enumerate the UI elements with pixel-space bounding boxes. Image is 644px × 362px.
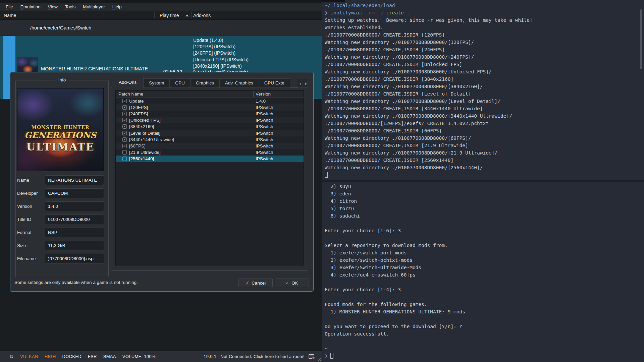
tab-gpu-exte[interactable]: GPU Exte bbox=[259, 78, 290, 88]
patch-checkbox[interactable] bbox=[122, 118, 127, 122]
patch-row-2560x1440[interactable]: [2560x1440]IPSwitch bbox=[116, 156, 304, 162]
patch-name: [3440x1440 Ultrawide] bbox=[129, 136, 174, 143]
resize-grip[interactable] bbox=[317, 357, 321, 361]
patch-version: IPSwitch bbox=[256, 156, 273, 162]
dock-mode-toggle[interactable]: DOCKED bbox=[62, 354, 81, 359]
tab-scroll-left-icon[interactable] bbox=[298, 79, 303, 88]
tab-add-ons[interactable]: Add-Ons bbox=[112, 77, 144, 88]
terminal-cursor bbox=[330, 353, 333, 359]
terminal-line: ./0100770008DD8000/ CREATE,ISDIR [Level … bbox=[325, 90, 533, 98]
terminal-pane-bottom[interactable]: 2) suyu 3) eden 4) citron 5) torzu 6) su… bbox=[325, 183, 465, 360]
field-label-version: Version bbox=[17, 201, 32, 211]
terminal-window[interactable]: ~/.local/share/eden/load❯ inotifywait -r… bbox=[322, 0, 644, 362]
column-header-playtime[interactable]: Play time bbox=[160, 11, 179, 20]
menu-bar: FileEmulationViewToolsMultiplayerHelp bbox=[0, 3, 322, 11]
terminal-line: ./0100770008DD8000/ CREATE,ISDIR [21.9 U… bbox=[325, 142, 533, 149]
patch-checkbox[interactable] bbox=[122, 137, 127, 142]
patch-checkbox[interactable] bbox=[122, 131, 127, 135]
patch-row-unlocked-fps[interactable]: [Unlocked FPS]IPSwitch bbox=[116, 117, 304, 123]
refresh-icon[interactable]: ↻ bbox=[9, 354, 14, 360]
terminal-pane-top[interactable]: ~/.local/share/eden/load❯ inotifywait -r… bbox=[325, 2, 533, 179]
patch-checkbox[interactable] bbox=[122, 144, 127, 148]
field-input-format[interactable]: NSP bbox=[45, 228, 104, 237]
menu-multiplayer[interactable]: Multiplayer bbox=[79, 4, 108, 9]
patch-checkbox[interactable] bbox=[122, 157, 127, 161]
status-bar-right: 19.0.1 Not Connected. Click here to find… bbox=[204, 351, 314, 362]
patch-name-header[interactable]: Patch Name bbox=[118, 90, 143, 98]
terminal-line: ./0100770008DD8000/ CREATE,ISDIR [120FPS… bbox=[325, 31, 533, 39]
field-input-filename[interactable]: )0770008DD8000].nsp bbox=[45, 254, 104, 263]
emulator-version: 19.0.1 bbox=[204, 354, 216, 359]
tab-scroll-right-icon[interactable] bbox=[303, 79, 308, 88]
terminal-line: Watching new directory ./0100770008DD800… bbox=[325, 68, 533, 75]
terminal-line: Watching new directory ./0100770008DD800… bbox=[325, 53, 533, 61]
field-row-size: Size11,3 GiB bbox=[15, 241, 109, 250]
patch-checkbox[interactable] bbox=[122, 150, 127, 155]
tab-cpu[interactable]: CPU bbox=[169, 78, 191, 88]
tab-graphics[interactable]: Graphics bbox=[190, 78, 220, 88]
patch-name: [240FPS] bbox=[129, 111, 148, 117]
menu-file[interactable]: File bbox=[2, 4, 17, 9]
menu-help[interactable]: Help bbox=[109, 4, 125, 9]
field-label-size: Size bbox=[17, 241, 26, 250]
terminal-line: ./0100770008DD8000/ CREATE,ISDIR [Unlock… bbox=[325, 61, 533, 68]
patch-checkbox[interactable] bbox=[122, 105, 127, 110]
terminal-line: 5) torzu bbox=[325, 205, 465, 212]
game-directory-row[interactable]: /home/exefer/Games/Switch bbox=[0, 20, 322, 36]
field-input-title-id[interactable]: 0100770008DD8000 bbox=[45, 215, 104, 224]
field-input-developer[interactable]: CAPCOM bbox=[45, 188, 104, 198]
terminal-line: Watching new directory ./0100770008DD800… bbox=[325, 149, 533, 157]
terminal-line: Watching new directory ./0100770008DD800… bbox=[325, 164, 533, 171]
tab-adv-graphics[interactable]: Adv. Graphics bbox=[219, 78, 259, 88]
patch-row-60fps[interactable]: [60FPS]IPSwitch bbox=[116, 143, 304, 149]
antialiasing-toggle[interactable]: SMAA bbox=[103, 354, 116, 359]
graphics-api-toggle[interactable]: VULKAN bbox=[20, 354, 38, 359]
patch-checkbox[interactable] bbox=[122, 124, 127, 129]
dialog-footer-note: Some settings are only available when a … bbox=[14, 280, 138, 285]
gpu-accuracy-toggle[interactable]: HIGH bbox=[45, 354, 56, 359]
menu-tools[interactable]: Tools bbox=[61, 4, 79, 9]
network-status-icon[interactable] bbox=[309, 354, 314, 359]
fsr-toggle[interactable]: FSR bbox=[88, 354, 97, 359]
patch-name: [120FPS] bbox=[129, 104, 148, 111]
patch-row-3840x2160[interactable]: [3840x2160]IPSwitch bbox=[116, 123, 304, 130]
terminal-cursor bbox=[325, 172, 328, 178]
field-input-size[interactable]: 11,3 GiB bbox=[45, 241, 104, 250]
patch-checkbox[interactable] bbox=[122, 112, 127, 116]
patch-row-21-9-ultrawide[interactable]: [21.9 Ultrawide]IPSwitch bbox=[116, 149, 304, 156]
ok-button[interactable]: ✓ OK bbox=[275, 279, 309, 287]
patch-checkbox[interactable] bbox=[122, 99, 127, 103]
terminal-line: Watching new directory ./0100770008DD800… bbox=[325, 39, 533, 46]
menu-view[interactable]: View bbox=[44, 4, 61, 9]
terminal-line: Setting up watches. Beware: since -r was… bbox=[325, 16, 533, 24]
tab-system[interactable]: System bbox=[143, 78, 170, 88]
volume-control[interactable]: VOLUME: 100% bbox=[122, 354, 156, 359]
field-label-name: Name bbox=[17, 175, 29, 185]
column-header-addons[interactable]: Add-ons bbox=[193, 11, 211, 20]
patch-version-header[interactable]: Version bbox=[256, 90, 271, 98]
terminal-line: Select a repository to download mods fro… bbox=[325, 242, 465, 249]
terminal-line bbox=[325, 171, 533, 179]
cancel-icon: ✗ bbox=[246, 281, 249, 286]
column-header-name[interactable]: Name bbox=[4, 11, 16, 20]
patch-row-level-of-detail[interactable]: [Level of Detail]IPSwitch bbox=[116, 130, 304, 136]
settings-tab-bar: Add-OnsSystemCPUGraphicsAdv. GraphicsGPU… bbox=[112, 77, 302, 88]
terminal-line: ~/.local/share/eden/load bbox=[325, 2, 533, 9]
column-divider bbox=[154, 12, 155, 18]
patch-version: 1.4.0 bbox=[256, 98, 266, 104]
cancel-button[interactable]: ✗ Cancel bbox=[238, 279, 273, 287]
terminal-line bbox=[325, 279, 465, 286]
patch-row-update[interactable]: Update1.4.0 bbox=[116, 98, 304, 104]
field-input-version[interactable]: 1.4.0 bbox=[45, 201, 104, 211]
terminal-line: Watching new directory ./0100770008DD800… bbox=[325, 83, 533, 90]
terminal-scrollbar[interactable] bbox=[640, 9, 642, 69]
patch-row-240fps[interactable]: [240FPS]IPSwitch bbox=[116, 111, 304, 117]
addon-entry: [Unlocked FPS] (IPSwitch) bbox=[193, 57, 249, 63]
patch-row-3440x1440-ultrawide[interactable]: [3440x1440 Ultrawide]IPSwitch bbox=[116, 136, 304, 143]
field-input-name[interactable]: NERATIONS ULTIMATE bbox=[45, 175, 104, 185]
network-status-link[interactable]: Not Connected. Click here to find a room… bbox=[220, 354, 305, 359]
patch-row-120fps[interactable]: [120FPS]IPSwitch bbox=[116, 104, 304, 111]
terminal-pane-separator bbox=[322, 180, 644, 182]
terminal-line: 3) eden bbox=[325, 190, 465, 197]
menu-emulation[interactable]: Emulation bbox=[17, 4, 44, 9]
